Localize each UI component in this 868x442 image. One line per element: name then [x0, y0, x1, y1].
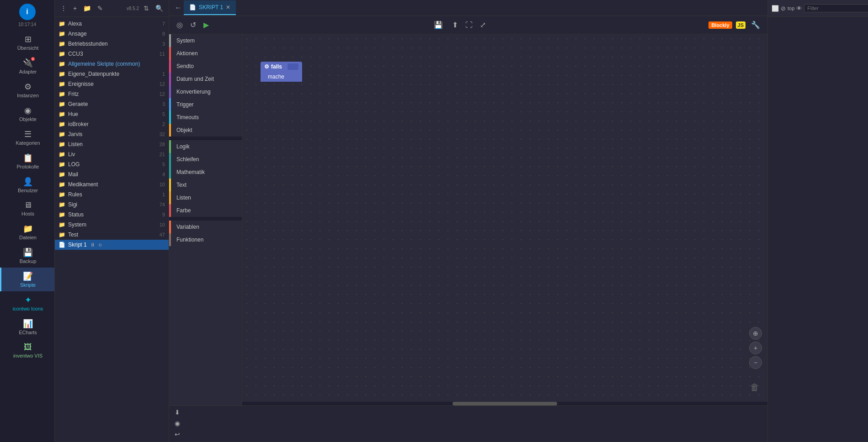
tab-skript1[interactable]: 📄 SKRIPT 1 ✕ — [184, 0, 236, 15]
expand-button[interactable]: ⤢ — [478, 19, 488, 31]
list-item[interactable]: 📁 Liv 21 — [55, 149, 169, 159]
add-script-button[interactable]: + — [71, 4, 79, 13]
list-item[interactable]: 📁 Eigene_Datenpunkte 1 — [55, 69, 169, 79]
panel-btn-2[interactable]: ⊘ — [781, 5, 786, 12]
console-button[interactable]: ⬇ — [173, 408, 182, 417]
sidebar-item-hosts[interactable]: 🖥 Hosts — [0, 197, 54, 220]
file-tree-list: 📁 Alexa 7 📁 Ansage 8 📁 Betriebsstunden 3… — [55, 17, 169, 442]
files-icon: 📁 — [23, 224, 33, 234]
sidebar-item-inventwo[interactable]: 🖼 inventwo VIS — [0, 339, 54, 362]
sidebar-item-dateien[interactable]: 📁 Dateien — [0, 220, 54, 244]
debug-button[interactable]: ◎ — [175, 19, 185, 31]
list-item[interactable]: 📁 Sigi 74 — [55, 200, 169, 210]
settings-button[interactable]: 🔧 — [749, 19, 762, 31]
export-button[interactable]: ⬆ — [450, 19, 460, 31]
open-script-button[interactable]: ⎋ — [97, 242, 103, 248]
trash-button[interactable]: 🗑 — [747, 380, 762, 395]
palette-item-text[interactable]: Text — [169, 179, 242, 191]
script-toolbar: ◎ ↺ ▶ 💾 ⬆ ⛶ ⤢ Blockly JS 🔧 — [169, 16, 767, 34]
zoom-out-control[interactable]: − — [749, 356, 762, 369]
list-item[interactable]: 📁 ioBroker 2 — [55, 119, 169, 129]
if-block[interactable]: ⚙ falls mache — [261, 62, 302, 82]
play-button[interactable]: ▶ — [202, 19, 211, 31]
edit-button[interactable]: ✎ — [96, 4, 105, 13]
palette-item-variablen[interactable]: Variablen — [169, 221, 242, 233]
folder-icon: 📁 — [59, 101, 65, 107]
sidebar-item-backup[interactable]: 💾 Backup — [0, 244, 54, 268]
palette-item-farbe[interactable]: Farbe — [169, 204, 242, 217]
palette-item-datum[interactable]: Datum und Zeit — [169, 73, 242, 85]
folder-icon: 📁 — [59, 151, 65, 158]
list-item[interactable]: 📁 Mail 4 — [55, 169, 169, 179]
list-item[interactable]: 📁 Ansage 8 — [55, 29, 169, 39]
palette-item-logik[interactable]: Logik — [169, 140, 242, 153]
tab-close-button[interactable]: ✕ — [226, 4, 230, 11]
palette-item-trigger[interactable]: Trigger — [169, 98, 242, 111]
folder-icon: 📁 — [59, 221, 65, 228]
palette-item-timeouts[interactable]: Timeouts — [169, 111, 242, 124]
search-button[interactable]: 🔍 — [154, 4, 165, 13]
active-script-item[interactable]: 📄 Skript 1 ⏸ ⎋ — [55, 240, 169, 250]
list-item[interactable]: 📁 Listen 28 — [55, 139, 169, 149]
list-item[interactable]: 📁 Fritz 12 — [55, 89, 169, 99]
list-item[interactable]: 📁 Medikament 10 — [55, 179, 169, 189]
sidebar-item-ubersicht[interactable]: ⊞ Übersicht — [0, 31, 54, 54]
sidebar-item-label: Instanzen — [17, 93, 39, 98]
sidebar-item-echarts[interactable]: 📊 ECharts — [0, 315, 54, 339]
save-button[interactable]: 💾 — [432, 19, 445, 31]
sidebar-item-adapter[interactable]: 🔌1 Adapter — [0, 54, 54, 78]
list-item[interactable]: 📁 Ereignisse 12 — [55, 79, 169, 89]
sidebar-item-protokolle[interactable]: 📋 Protokolle — [0, 149, 54, 173]
log-button[interactable]: ◉ — [173, 419, 182, 428]
list-item[interactable]: 📁 Geraete 3 — [55, 99, 169, 109]
block-palette: System Aktionen Sendto Datum und Zeit Ko… — [169, 34, 242, 405]
folder-icon: 📁 — [59, 51, 65, 57]
list-item[interactable]: 📁 Hue 5 — [55, 109, 169, 119]
logs-icon: 📋 — [23, 153, 33, 163]
palette-item-mathematik[interactable]: Mathematik — [169, 166, 242, 179]
zoom-in-control[interactable]: + — [749, 342, 762, 354]
filter-input[interactable] — [804, 4, 868, 12]
list-item[interactable]: 📁 Alexa 7 — [55, 19, 169, 29]
panel-btn-1[interactable]: ⬜ — [772, 5, 779, 12]
palette-section-1: System Aktionen Sendto Datum und Zeit Ko… — [169, 34, 242, 137]
folder-icon: 📁 — [59, 131, 65, 137]
active-script-label: Skript 1 — [68, 242, 87, 248]
sidebar-item-icontwo[interactable]: ✦ icontwo Icons — [0, 291, 54, 315]
sidebar-item-objekte[interactable]: ◉ Objekte — [0, 102, 54, 126]
sort-button[interactable]: ⇅ — [142, 4, 151, 13]
refresh-button[interactable]: ↺ — [188, 19, 198, 31]
palette-item-listen[interactable]: Listen — [169, 191, 242, 204]
palette-item-funktionen[interactable]: Funktionen — [169, 233, 242, 246]
list-item[interactable]: 📁 Betriebsstunden 3 — [55, 39, 169, 49]
list-item[interactable]: 📁 Status 9 — [55, 210, 169, 220]
list-item[interactable]: 📁 Jarvis 32 — [55, 129, 169, 139]
palette-item-sendto[interactable]: Sendto — [169, 60, 242, 73]
list-item[interactable]: 📁 Rules 1 — [55, 189, 169, 200]
list-item[interactable]: 📁 CCU3 11 — [55, 49, 169, 59]
sidebar-item-skripte[interactable]: 📝 Skripte — [0, 268, 54, 291]
palette-item-objekt[interactable]: Objekt — [169, 124, 242, 137]
palette-item-konvertierung[interactable]: Konvertierung — [169, 85, 242, 98]
palette-item-schleifen[interactable]: Schleifen — [169, 153, 242, 166]
panel-btn-3[interactable]: 👁 — [796, 5, 802, 12]
sidebar-item-kategorien[interactable]: ☰ Kategorien — [0, 126, 54, 149]
list-item[interactable]: 📁 LOG 5 — [55, 159, 169, 169]
canvas-scrollbar[interactable] — [242, 402, 767, 405]
sidebar-item-benutzer[interactable]: 👤 Benutzer — [0, 173, 54, 197]
screenshot-button[interactable]: ⛶ — [463, 19, 474, 31]
list-item[interactable]: 📁 Test 47 — [55, 230, 169, 240]
navigate-control[interactable]: ⊕ — [749, 327, 762, 340]
list-item[interactable]: 📁 System 10 — [55, 220, 169, 230]
sidebar-item-instanzen[interactable]: ⚙ Instanzen — [0, 78, 54, 102]
add-folder-button[interactable]: 📁 — [81, 4, 93, 13]
list-item[interactable]: 📁 Allgemeine Skripte (common) — [55, 59, 169, 69]
back-button[interactable]: ← — [173, 0, 184, 16]
palette-item-aktionen[interactable]: Aktionen — [169, 47, 242, 60]
palette-item-system[interactable]: System — [169, 34, 242, 47]
more-menu-button[interactable]: ⋮ — [59, 4, 69, 13]
pause-script-button[interactable]: ⏸ — [89, 242, 96, 248]
folder-icon: 📁 — [59, 201, 65, 208]
canvas-area[interactable]: ⚙ falls mache ⊕ + − 🗑 — [242, 34, 767, 405]
undo-button[interactable]: ↩ — [173, 430, 182, 439]
